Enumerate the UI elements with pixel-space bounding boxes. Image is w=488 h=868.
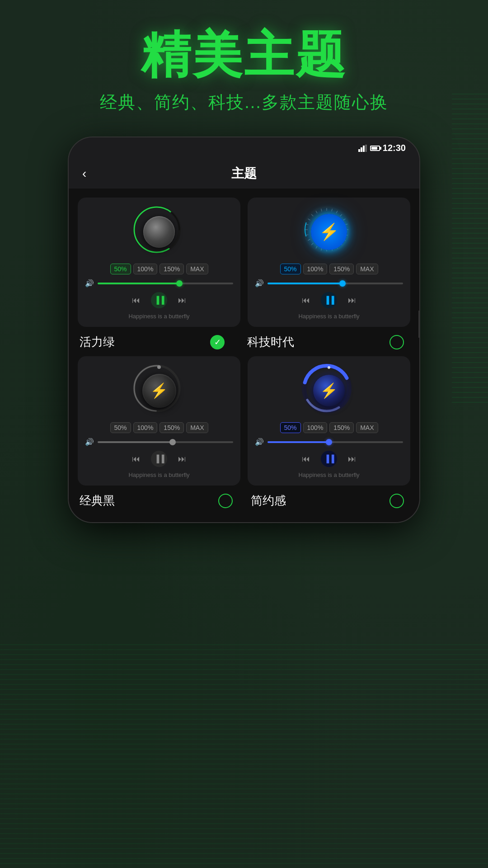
bg-lines (0, 642, 488, 868)
pct-btn-max-cyan[interactable]: MAX (356, 264, 378, 274)
cyan-vol-icon: 🔊 (255, 279, 264, 288)
cyan-slider[interactable] (267, 283, 403, 284)
blue-play-btn[interactable]: ▐▐ (321, 451, 337, 467)
gray-vol-icon: 🔊 (85, 438, 94, 446)
pct-btn-150-gray[interactable]: 150% (160, 422, 184, 433)
cyan-play-btn[interactable]: ▐▐ (321, 292, 337, 308)
gray-knob: ⚡ (132, 363, 186, 418)
cyan-knob: ⚡ (302, 205, 356, 259)
blue-lightning-icon: ⚡ (320, 382, 338, 399)
pct-btn-100-gray[interactable]: 100% (133, 422, 158, 433)
blue-next-btn[interactable]: ⏭ (348, 454, 356, 464)
cyan-knob-glow: ⚡ (311, 214, 347, 250)
pct-btn-100-blue[interactable]: 100% (303, 422, 328, 433)
green-pct-buttons: 50% 100% 150% MAX (110, 264, 208, 274)
theme1-name: 活力绿 (80, 334, 115, 350)
svg-rect-1 (361, 147, 362, 152)
green-volume-row: 🔊 (85, 279, 233, 288)
gray-song-title: Happiness is a butterfly (128, 472, 189, 478)
theme4-name: 简约感 (251, 493, 286, 509)
cyan-transport: ⏮ ▐▐ ⏭ (255, 292, 403, 308)
svg-line-30 (316, 211, 317, 213)
gray-pct-buttons: 50% 100% 150% MAX (110, 422, 208, 433)
svg-line-24 (308, 239, 310, 241)
blue-slider[interactable] (267, 441, 403, 443)
blue-slider-thumb (326, 439, 332, 445)
pct-btn-50-green[interactable]: 50% (110, 264, 131, 274)
pct-btn-max-gray[interactable]: MAX (186, 422, 208, 433)
gray-transport: ⏮ ▐▐ ⏭ (85, 451, 233, 467)
status-bar: 12:30 (69, 137, 419, 159)
phone-content: 50% 100% 150% MAX 🔊 ⏮ (69, 189, 419, 522)
svg-line-22 (316, 246, 317, 248)
main-content: 精美主题 经典、简约、科技...多款主题随心换 12:30 (0, 0, 488, 523)
blue-vol-icon: 🔊 (255, 438, 264, 446)
theme2-select[interactable] (389, 335, 404, 349)
blue-song-title: Happiness is a butterfly (298, 472, 359, 478)
back-button[interactable]: ‹ (82, 166, 86, 181)
cyan-song-title: Happiness is a butterfly (298, 313, 359, 320)
phone-side-button (418, 311, 420, 338)
status-time: 12:30 (383, 143, 406, 153)
gray-prev-btn[interactable]: ⏮ (132, 454, 140, 464)
svg-line-28 (308, 219, 310, 220)
svg-line-11 (340, 214, 342, 216)
theme3-select[interactable] (218, 494, 233, 508)
pct-btn-max-green[interactable]: MAX (186, 264, 208, 274)
page-title: 精美主题 (141, 27, 347, 82)
theme3-name: 经典黑 (80, 493, 115, 509)
theme-card-green[interactable]: 50% 100% 150% MAX 🔊 ⏮ (78, 198, 240, 327)
theme1-check[interactable]: ✓ (210, 335, 225, 349)
theme-label-row-2: 经典黑 简约感 (78, 493, 410, 509)
svg-line-29 (311, 214, 313, 216)
cyan-prev-btn[interactable]: ⏮ (302, 296, 310, 305)
battery-icon (370, 146, 380, 151)
pct-btn-150-green[interactable]: 150% (160, 264, 184, 274)
blue-knob: ⚡ (302, 363, 356, 418)
blue-knob-ball: ⚡ (313, 375, 345, 406)
gray-play-btn[interactable]: ▐▐ (151, 451, 167, 467)
gray-next-btn[interactable]: ⏭ (178, 454, 186, 464)
gray-volume-row: 🔊 (85, 438, 233, 446)
pct-btn-100-green[interactable]: 100% (133, 264, 158, 274)
theme-card-blue[interactable]: ⚡ 50% 100% 150% MAX 🔊 (248, 356, 410, 486)
pct-btn-50-gray[interactable]: 50% (110, 422, 131, 433)
green-knob-ball (143, 216, 175, 248)
pct-btn-max-blue[interactable]: MAX (356, 422, 378, 433)
page-subtitle: 经典、简约、科技...多款主题随心换 (100, 91, 388, 114)
pct-btn-50-cyan[interactable]: 50% (280, 264, 301, 274)
pct-btn-150-blue[interactable]: 150% (329, 422, 354, 433)
green-next-btn[interactable]: ⏭ (178, 296, 186, 305)
pct-btn-100-cyan[interactable]: 100% (303, 264, 328, 274)
cyan-slider-thumb (339, 280, 346, 287)
green-transport: ⏮ ▐▐ ⏭ (85, 292, 233, 308)
svg-rect-3 (365, 145, 367, 152)
svg-line-31 (321, 209, 322, 212)
green-slider[interactable] (98, 283, 233, 284)
green-play-btn[interactable]: ▐▐ (151, 292, 167, 308)
app-header: ‹ 主题 (69, 159, 419, 189)
pct-btn-50-blue[interactable]: 50% (280, 422, 301, 433)
cyan-pct-buttons: 50% 100% 150% MAX (280, 264, 378, 274)
green-prev-btn[interactable]: ⏮ (132, 296, 140, 305)
theme-card-cyan[interactable]: ⚡ 50% 100% 150% MAX 🔊 (248, 198, 410, 327)
gray-slider[interactable] (98, 441, 233, 443)
theme4-select[interactable] (389, 494, 404, 508)
cyan-volume-row: 🔊 (255, 279, 403, 288)
gray-knob-ball: ⚡ (142, 374, 176, 408)
svg-rect-2 (363, 146, 365, 152)
svg-line-23 (311, 243, 313, 245)
green-slider-thumb (176, 280, 183, 287)
theme-label-row-1: 活力绿 ✓ 科技时代 (78, 334, 410, 350)
top-theme-grid: 50% 100% 150% MAX 🔊 ⏮ (78, 198, 410, 327)
cyan-next-btn[interactable]: ⏭ (348, 296, 356, 305)
gray-lightning-icon: ⚡ (150, 382, 168, 399)
theme2-name: 科技时代 (247, 334, 294, 350)
blue-prev-btn[interactable]: ⏮ (302, 454, 310, 464)
theme-card-gray[interactable]: ⚡ 50% 100% 150% MAX 🔊 (78, 356, 240, 486)
svg-rect-0 (358, 149, 360, 152)
phone-mockup: 12:30 ‹ 主题 (68, 137, 420, 523)
cyan-lightning-icon: ⚡ (319, 222, 339, 241)
pct-btn-150-cyan[interactable]: 150% (329, 264, 354, 274)
gray-knob-dot (157, 365, 161, 369)
